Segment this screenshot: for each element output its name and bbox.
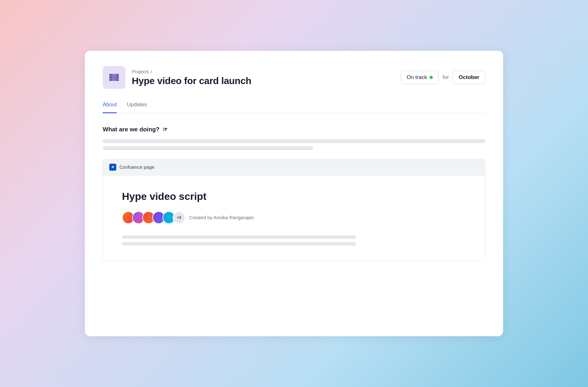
status-dot-icon [430,76,433,79]
status-label: On track [407,74,427,81]
avatars-row: +3 Created by Annika Rangarajan [122,211,466,224]
svg-rect-5 [109,77,111,78]
status-badge[interactable]: On track [401,71,439,84]
confluence-card-header: ✕ Confuence page [103,159,485,175]
cursor-icon: ☞ [163,126,168,133]
confluence-skeleton-line-1 [122,235,356,239]
tabs: About Updates [103,102,485,113]
avatar-more: +3 [173,211,185,224]
confluence-card-body: Hype video script +3 Created by Annika R… [103,175,485,261]
svg-rect-2 [117,74,119,75]
what-are-we-doing-label: What are we doing? [103,126,159,133]
confluence-card[interactable]: ✕ Confuence page Hype video script +3 Cr… [103,159,485,261]
project-icon [103,66,125,89]
created-by-text: Created by Annika Rangarajan [189,215,254,220]
svg-rect-1 [109,74,111,75]
header-left: Projects / Hype video for card launch [103,66,251,89]
skeleton-line-2 [103,146,313,150]
svg-rect-3 [109,80,111,81]
for-text: for [443,74,449,81]
month-badge[interactable]: October [453,71,485,84]
breadcrumb-separator: / [151,69,152,74]
avatar-stack: +3 [122,211,185,224]
tab-updates[interactable]: Updates [127,102,147,113]
svg-rect-4 [117,80,119,81]
section-title: What are we doing? ☞ [103,126,485,133]
main-card: Projects / Hype video for card launch On… [85,51,503,336]
film-icon [108,72,120,83]
confluence-skeleton-lines [122,235,466,246]
skeleton-line-1 [103,139,485,143]
confluence-card-title: Confuence page [119,164,154,170]
header-right: On track for October [401,71,485,84]
tab-about[interactable]: About [103,102,117,113]
confluence-icon: ✕ [109,164,116,171]
confluence-doc-title: Hype video script [122,191,466,202]
header-title-group: Projects / Hype video for card launch [132,69,251,86]
content-area: What are we doing? ☞ ✕ Confuence page Hy… [103,126,485,261]
svg-rect-6 [117,77,119,78]
breadcrumb-projects[interactable]: Projects [132,69,149,74]
breadcrumb: Projects / [132,69,251,74]
skeleton-description [103,139,485,150]
confluence-skeleton-line-2 [122,242,356,246]
page-header: Projects / Hype video for card launch On… [103,66,485,89]
page-title: Hype video for card launch [132,75,251,86]
